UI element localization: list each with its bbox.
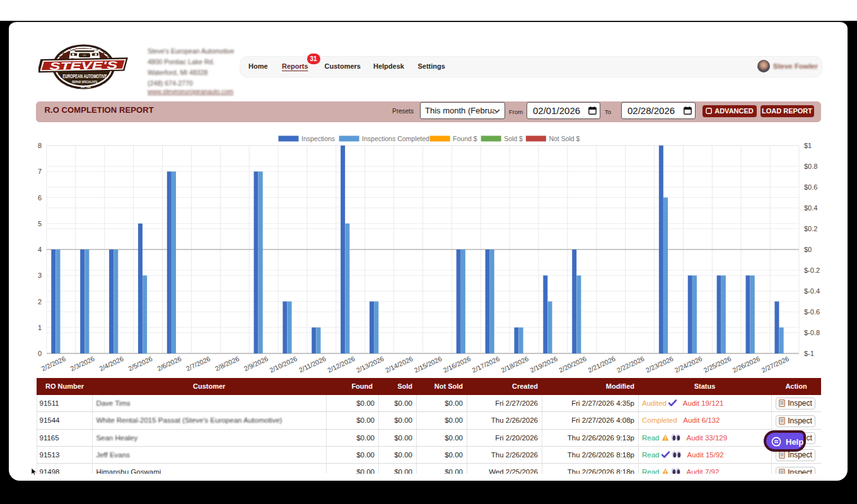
svg-text:2/12/2026: 2/12/2026 (326, 355, 356, 374)
svg-text:EUROPEAN AUTOMOTIVE: EUROPEAN AUTOMOTIVE (63, 73, 107, 79)
svg-text:Sold $: Sold $ (504, 135, 523, 142)
svg-text:$1: $1 (804, 142, 812, 149)
svg-text:2/8/2026: 2/8/2026 (214, 355, 240, 372)
svg-text:2/26/2026: 2/26/2026 (732, 355, 762, 374)
svg-text:2/3/2026: 2/3/2026 (69, 355, 96, 372)
svg-text:EST. 1995: EST. 1995 (81, 86, 91, 89)
svg-text:7: 7 (38, 168, 42, 175)
svg-text:2/7/2026: 2/7/2026 (185, 355, 211, 372)
svg-text:2/2/2026: 2/2/2026 (40, 355, 67, 372)
svg-text:6: 6 (38, 194, 42, 202)
svg-text:3: 3 (38, 272, 42, 279)
svg-text:$0.8: $0.8 (804, 163, 817, 170)
svg-text:$-0.6: $-0.6 (804, 308, 820, 316)
svg-text:Inspections: Inspections (301, 135, 335, 142)
svg-text:$-0.2: $-0.2 (804, 266, 820, 274)
svg-text:1: 1 (38, 324, 42, 331)
svg-text:$-0.8: $-0.8 (804, 329, 820, 336)
svg-text:8: 8 (38, 142, 42, 149)
svg-text:2/9/2026: 2/9/2026 (243, 355, 269, 372)
svg-text:2/27/2026: 2/27/2026 (760, 355, 790, 374)
svg-text:2/20/2026: 2/20/2026 (557, 355, 588, 374)
svg-text:$-1: $-1 (804, 350, 814, 357)
svg-text:$0.4: $0.4 (804, 204, 817, 212)
svg-text:5: 5 (38, 220, 42, 227)
svg-text:$-0.4: $-0.4 (804, 287, 820, 295)
svg-text:Not Sold $: Not Sold $ (549, 135, 580, 142)
svg-text:2/4/2026: 2/4/2026 (98, 355, 124, 372)
svg-text:2/14/2026: 2/14/2026 (384, 355, 414, 374)
svg-text:2/5/2026: 2/5/2026 (127, 355, 153, 372)
svg-text:2/10/2026: 2/10/2026 (268, 355, 298, 374)
svg-text:2: 2 (38, 298, 42, 306)
svg-text:2/16/2026: 2/16/2026 (442, 355, 472, 374)
svg-text:STEVE'S: STEVE'S (49, 59, 117, 72)
svg-text:Inspections Completed: Inspections Completed (362, 135, 429, 142)
svg-text:2/15/2026: 2/15/2026 (413, 355, 443, 374)
svg-text:2/25/2026: 2/25/2026 (703, 355, 733, 374)
svg-text:2/19/2026: 2/19/2026 (528, 355, 559, 374)
svg-text:2/23/2026: 2/23/2026 (644, 355, 675, 374)
svg-text:2/13/2026: 2/13/2026 (355, 355, 385, 374)
svg-text:2/11/2026: 2/11/2026 (298, 355, 327, 374)
svg-text:Found $: Found $ (453, 135, 477, 142)
svg-text:2/21/2026: 2/21/2026 (586, 355, 617, 374)
svg-text:2/17/2026: 2/17/2026 (471, 355, 501, 374)
svg-text:$0: $0 (804, 246, 812, 253)
svg-text:2/22/2026: 2/22/2026 (615, 355, 646, 374)
svg-text:$0.6: $0.6 (804, 183, 817, 191)
svg-text:0: 0 (38, 350, 42, 357)
svg-text:2/18/2026: 2/18/2026 (500, 355, 530, 374)
svg-text:2/6/2026: 2/6/2026 (156, 355, 182, 372)
svg-text:4: 4 (38, 246, 42, 253)
svg-text:$0.2: $0.2 (804, 225, 817, 232)
svg-text:REPAIR SPECIALISTS: REPAIR SPECIALISTS (72, 81, 97, 84)
svg-text:2/24/2026: 2/24/2026 (673, 355, 704, 374)
